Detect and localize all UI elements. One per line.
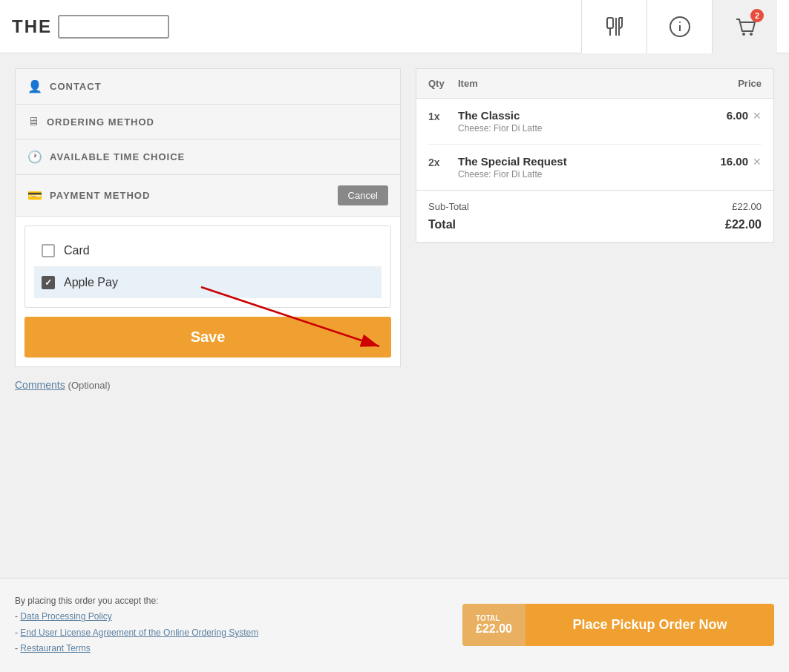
item-2-name: The Special Request <box>458 155 720 168</box>
item-1-sub: Cheese: Fior Di Latte <box>458 123 727 134</box>
applepay-checkbox[interactable] <box>42 276 55 289</box>
total-label: Total <box>428 218 456 231</box>
subtotal-value: £22.00 <box>732 201 762 212</box>
cart-icon-button[interactable]: 2 <box>712 0 777 53</box>
card-checkbox[interactable] <box>42 244 55 257</box>
contact-icon: 👤 <box>27 79 42 93</box>
info-icon-button[interactable] <box>646 0 712 53</box>
svg-point-8 <box>750 33 753 36</box>
data-processing-link[interactable]: Data Processing Policy <box>20 611 111 622</box>
ordering-method-section[interactable]: 🖥 ORDERING METHOD <box>15 105 401 139</box>
item-1-remove-button[interactable]: ✕ <box>753 111 762 121</box>
logo-bar <box>58 15 169 39</box>
eula-link[interactable]: End User License Agreement of the Online… <box>20 627 258 638</box>
applepay-label: Apple Pay <box>64 276 118 289</box>
item-1-qty: 1x <box>428 109 458 122</box>
footer-total-box: TOTAL £22.00 <box>462 604 526 646</box>
payment-section: 💳 PAYMENT METHOD Cancel Card Apple Pay <box>15 175 401 367</box>
item-2-remove-button[interactable]: ✕ <box>753 157 762 167</box>
logo: THE <box>12 15 581 39</box>
payment-option-card[interactable]: Card <box>34 235 382 267</box>
payment-header: 💳 PAYMENT METHOD Cancel <box>16 175 400 217</box>
comments-optional: (Optional) <box>68 380 111 391</box>
subtotal-label: Sub-Total <box>428 201 469 212</box>
cart-badge: 2 <box>750 9 764 22</box>
place-order-area: TOTAL £22.00 Place Pickup Order Now <box>462 604 774 646</box>
subtotal-row: Sub-Total £22.00 <box>428 201 762 212</box>
logo-text: THE <box>12 16 52 37</box>
item-1-price-remove: 6.00 ✕ <box>727 109 762 122</box>
item-2-price: 16.00 <box>720 155 748 168</box>
qty-column-header: Qty <box>428 78 458 89</box>
info-icon <box>668 15 692 39</box>
available-time-title: AVAILABLE TIME CHOICE <box>50 151 185 162</box>
payment-option-applepay[interactable]: Apple Pay <box>34 267 382 298</box>
left-panel: 👤 CONTACT 🖥 ORDERING METHOD 🕐 AVAILABLE … <box>15 68 401 563</box>
item-2-details: The Special Request Cheese: Fior Di Latt… <box>458 155 720 179</box>
footer-disclaimer: By placing this order you accept the: - … <box>15 593 448 657</box>
main-content: 👤 CONTACT 🖥 ORDERING METHOD 🕐 AVAILABLE … <box>0 53 789 578</box>
ordering-icon: 🖥 <box>27 115 39 128</box>
menu-icon-button[interactable] <box>581 0 646 53</box>
payment-title: PAYMENT METHOD <box>50 190 150 201</box>
item-2-qty: 2x <box>428 155 458 168</box>
svg-point-7 <box>742 33 745 36</box>
item-2-sub: Cheese: Fior Di Latte <box>458 169 720 179</box>
header: THE <box>0 0 789 53</box>
payment-icon: 💳 <box>27 188 42 202</box>
header-icons: 2 <box>581 0 777 53</box>
cancel-button[interactable]: Cancel <box>338 185 388 205</box>
place-order-button[interactable]: Place Pickup Order Now <box>526 604 774 646</box>
footer: By placing this order you accept the: - … <box>0 578 789 672</box>
total-value: £22.00 <box>725 218 762 231</box>
contact-section[interactable]: 👤 CONTACT <box>15 68 401 105</box>
comments-section: Comments (Optional) <box>15 379 401 391</box>
available-time-section[interactable]: 🕐 AVAILABLE TIME CHOICE <box>15 139 401 175</box>
restaurant-terms-link[interactable]: Restaurant Terms <box>20 643 90 653</box>
payment-header-left: 💳 PAYMENT METHOD <box>27 188 150 202</box>
footer-total-amount: £22.00 <box>476 622 512 636</box>
order-items: 1x The Classic Cheese: Fior Di Latte 6.0… <box>416 99 773 191</box>
total-row: Total £22.00 <box>428 218 762 231</box>
svg-rect-0 <box>607 18 613 28</box>
card-label: Card <box>64 244 90 257</box>
time-icon: 🕐 <box>27 150 42 164</box>
item-column-header: Item <box>458 78 738 89</box>
save-button[interactable]: Save <box>24 317 391 358</box>
footer-disclaimer-text: By placing this order you accept the: <box>15 596 158 606</box>
order-header: Qty Item Price <box>416 69 773 99</box>
order-totals: Sub-Total £22.00 Total £22.00 <box>416 191 773 242</box>
payment-options-list: Card Apple Pay <box>24 225 391 308</box>
item-1-details: The Classic Cheese: Fior Di Latte <box>458 109 727 134</box>
item-2-price-remove: 16.00 ✕ <box>720 155 762 168</box>
order-item-2: 2x The Special Request Cheese: Fior Di L… <box>428 145 762 190</box>
svg-point-6 <box>679 22 681 23</box>
price-column-header: Price <box>738 78 762 89</box>
contact-title: CONTACT <box>50 81 102 92</box>
comments-link[interactable]: Comments <box>15 379 65 391</box>
menu-icon <box>603 15 626 39</box>
item-1-name: The Classic <box>458 109 727 122</box>
order-item-1: 1x The Classic Cheese: Fior Di Latte 6.0… <box>428 99 762 145</box>
item-1-price: 6.00 <box>727 109 748 122</box>
footer-total-label: TOTAL <box>476 614 512 622</box>
order-summary: Qty Item Price 1x The Classic Cheese: Fi… <box>416 68 774 243</box>
ordering-title: ORDERING METHOD <box>47 116 154 128</box>
